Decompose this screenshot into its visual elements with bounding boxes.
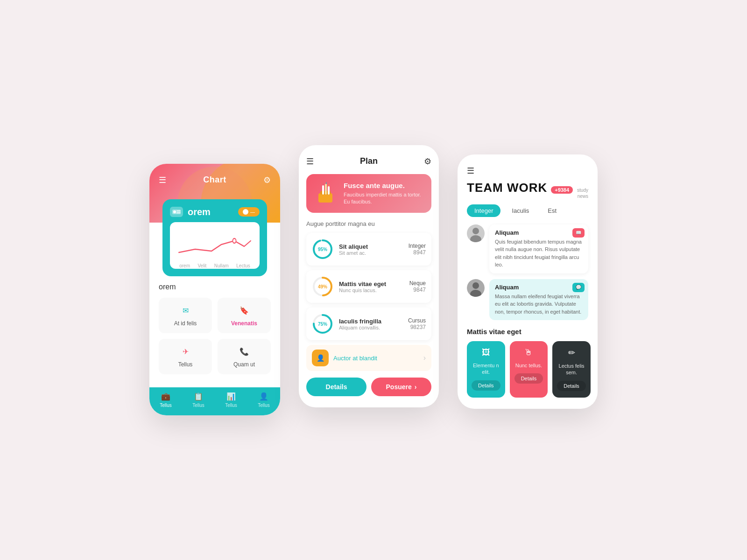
tw-menu-icon[interactable]: ☰ — [467, 166, 474, 176]
plan-item-2: 49% Mattis vitae eget Nunc quis lacus. N… — [306, 270, 431, 303]
nav-label-1: Tellus — [160, 403, 172, 408]
hero-heading: Fusce ante augue. — [344, 182, 424, 189]
item3-cat: Cursus — [408, 317, 426, 324]
tab-integer[interactable]: Integer — [467, 204, 500, 217]
svg-point-1 — [173, 210, 176, 213]
menu-grid: ✉ At id felis 🔖 Venenatis ✈ Tellus 📞 Qua… — [159, 298, 271, 374]
nav-item-2[interactable]: 📋 Tellus — [192, 392, 204, 408]
tw-message-1: 📖 Aliquam Quis feugiat bibendum tempus m… — [467, 224, 588, 273]
nav-item-4[interactable]: 👤 Tellus — [258, 392, 270, 408]
tw-message-2: 💬 Aliquam Massa nullam eleifend feugiat … — [467, 279, 588, 321]
settings-icon[interactable]: ⚙ — [263, 175, 271, 185]
tw-card-1[interactable]: 🖼 Elementu n elit. Details — [467, 341, 505, 398]
tw-card-3[interactable]: ✏ Lectus felis sem. Details — [552, 341, 591, 398]
card-btn-3[interactable]: Details — [557, 381, 586, 391]
plan-hero: Fusce ante augue. Faucibus imperdiet mat… — [306, 174, 431, 213]
plan-hamburger-icon[interactable]: ☰ — [306, 156, 314, 167]
chart-area: orem Velit Nullam Lectus — [170, 222, 260, 269]
menu-item-venenatis[interactable]: 🔖 Venenatis — [218, 298, 271, 333]
menu-label-quam: Quam ut — [233, 361, 255, 368]
msg-text-1: Quis feugiat bibendum tempus magna velit… — [495, 238, 583, 269]
phone-icon: 📞 — [238, 345, 251, 358]
item1-sub: Sit amet ac. — [339, 250, 403, 256]
toggle-button[interactable]: — — [238, 207, 260, 217]
plan-settings-icon[interactable]: ⚙ — [424, 156, 431, 167]
card-btn-1[interactable]: Details — [472, 380, 500, 391]
svg-rect-8 — [325, 184, 327, 195]
msg-name-2: Aliquam — [495, 284, 583, 291]
svg-marker-12 — [329, 184, 330, 186]
plan-section-label: Augue porttitor magna eu — [306, 220, 431, 227]
screen-plan: ☰ Plan ⚙ Fusce ante augue. Faucibus impe… — [299, 145, 439, 408]
nav-icon-2: 📋 — [194, 392, 203, 401]
menu-item-felis[interactable]: ✉ At id felis — [159, 298, 212, 333]
svg-marker-10 — [323, 183, 324, 185]
nav-icon-4: 👤 — [259, 392, 268, 401]
svg-point-23 — [472, 228, 479, 234]
avatar-1 — [467, 224, 485, 242]
svg-rect-7 — [322, 185, 324, 195]
tw-title-row: TEAM WORK +9384 study news — [467, 181, 588, 199]
chart-label-1: orem — [179, 263, 190, 268]
card-btn-2[interactable]: Details — [514, 373, 543, 384]
chart-label-3: Nullam — [214, 263, 229, 268]
screen-chart: ☰ Chart ⚙ — [149, 164, 280, 415]
mail-icon: ✉ — [179, 304, 192, 317]
msg-name-1: Aliquam — [495, 229, 583, 236]
plan-item-1: 95% Sit aliquet Sit amet ac. Integer 894… — [306, 233, 431, 266]
screen-teamwork: ☰ TEAM WORK +9384 study news Integer Iac… — [458, 154, 598, 409]
pencil-icon: ✏ — [568, 348, 575, 358]
tag-news: news — [578, 194, 588, 199]
menu-item-tellus[interactable]: ✈ Tellus — [159, 339, 212, 374]
menu-item-quam[interactable]: 📞 Quam ut — [218, 339, 271, 374]
tab-est[interactable]: Est — [540, 204, 564, 217]
plan-footer-row[interactable]: 👤 Auctor at blandit › — [306, 345, 431, 371]
tw-badge: +9384 — [551, 186, 573, 194]
posuere-button[interactable]: Posuere › — [371, 378, 431, 396]
plan-title: Plan — [360, 156, 378, 166]
nav-label-3: Tellus — [225, 403, 237, 408]
item1-name: Sit aliquet — [339, 243, 403, 250]
svg-marker-11 — [326, 182, 327, 184]
nav-item-3[interactable]: 📊 Tellus — [225, 392, 237, 408]
menu-label-tellus: Tellus — [178, 361, 193, 368]
chat-icon: 💬 — [572, 283, 585, 292]
item2-cat: Neque — [409, 280, 426, 287]
menu-label-venenatis: Venenatis — [231, 320, 257, 327]
item2-sub: Nunc quis lacus. — [339, 287, 404, 293]
item3-name: Iaculis fringilla — [339, 318, 402, 325]
item2-name: Mattis vitae eget — [339, 280, 404, 287]
svg-point-26 — [472, 282, 479, 289]
nav-label-4: Tellus — [258, 403, 270, 408]
card-label-1: Elementu n elit. — [472, 362, 500, 376]
tag-study: study — [577, 188, 588, 193]
bottom-nav: 💼 Tellus 📋 Tellus 📊 Tellus 👤 Tellus — [149, 387, 280, 415]
item2-num: 9847 — [409, 287, 426, 293]
bookmark-icon: 🔖 — [238, 304, 251, 317]
tw-tabs: Integer Iaculis Est — [467, 204, 588, 217]
footer-link-text: Auctor at blandit — [333, 355, 419, 362]
item1-cat: Integer — [409, 243, 426, 249]
plan-item-3: 75% Iaculis fringilla Aliquam convallis.… — [306, 308, 431, 340]
tw-messages: 📖 Aliquam Quis feugiat bibendum tempus m… — [467, 224, 588, 321]
nav-label-2: Tellus — [192, 403, 204, 408]
card-label-3: Lectus felis sem. — [557, 363, 586, 376]
details-button[interactable]: Details — [306, 378, 366, 396]
nav-icon-1: 💼 — [161, 392, 170, 401]
mouse-icon: 🖱 — [524, 348, 533, 357]
svg-text:95%: 95% — [318, 247, 327, 252]
menu-icon[interactable]: ☰ — [159, 175, 166, 185]
tw-card-2[interactable]: 🖱 Nunc tellus. Details — [510, 341, 548, 398]
tab-iaculis[interactable]: Iaculis — [504, 204, 536, 217]
tw-section-title: Mattis vitae eget — [467, 328, 588, 336]
msg-text-2: Massa nullam eleifend feugiat viverra eu… — [495, 293, 583, 316]
svg-rect-9 — [328, 186, 330, 195]
nav-item-1[interactable]: 💼 Tellus — [160, 392, 172, 408]
item3-num: 98237 — [408, 324, 426, 330]
image-icon: 🖼 — [482, 348, 490, 357]
avatar-2 — [467, 279, 485, 297]
radio-icon — [170, 207, 183, 217]
tw-cards: 🖼 Elementu n elit. Details 🖱 Nunc tellus… — [467, 341, 588, 398]
teal-card: orem — orem Velit Nullam — [162, 199, 267, 276]
plan-header: ☰ Plan ⚙ — [306, 156, 431, 167]
